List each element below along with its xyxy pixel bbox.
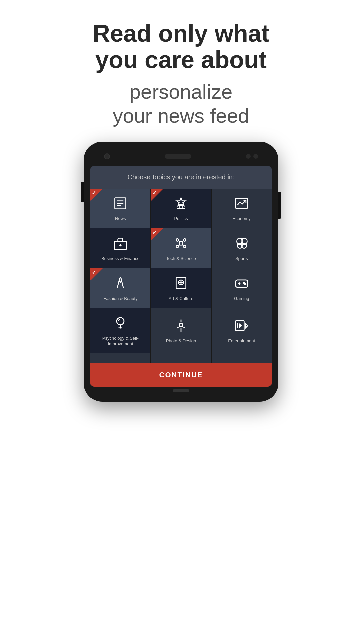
svg-marker-41 xyxy=(245,323,248,328)
instruction-text: Choose topics you are interested in: xyxy=(127,173,234,181)
economy-icon xyxy=(234,196,249,213)
phone-top-bar xyxy=(90,148,272,166)
entertainment-icon xyxy=(234,318,249,335)
svg-line-38 xyxy=(177,327,179,328)
svg-line-16 xyxy=(182,241,184,242)
topic-fashion[interactable]: Fashion & Beauty xyxy=(90,268,150,308)
svg-line-18 xyxy=(182,245,184,246)
economy-label: Economy xyxy=(233,216,251,222)
selected-checkmark-fashion xyxy=(90,268,103,280)
svg-point-35 xyxy=(179,323,183,327)
partial-row xyxy=(90,353,272,363)
photo-icon xyxy=(174,318,188,335)
speaker-grille xyxy=(165,154,191,159)
partial-cell-1 xyxy=(90,353,150,363)
svg-line-39 xyxy=(183,327,185,328)
tech-icon xyxy=(174,236,188,253)
business-icon xyxy=(113,236,128,253)
home-button[interactable] xyxy=(173,389,189,392)
topic-sports[interactable]: Sports xyxy=(212,228,272,268)
photo-label: Photo & Design xyxy=(166,338,196,344)
topic-economy[interactable]: Economy xyxy=(212,189,272,228)
fashion-label: Fashion & Beauty xyxy=(103,296,138,302)
svg-rect-5 xyxy=(177,208,185,209)
tech-label: Tech & Science xyxy=(166,256,196,262)
selected-checkmark-tech xyxy=(151,228,163,240)
volume-button xyxy=(81,182,84,202)
header-title: Read only what you care about xyxy=(93,20,269,73)
gaming-label: Gaming xyxy=(234,296,249,302)
header-section: Read only what you care about personaliz… xyxy=(66,0,296,142)
selected-checkmark-politics xyxy=(151,189,163,201)
partial-cell-3 xyxy=(212,353,272,363)
svg-point-31 xyxy=(245,284,246,285)
svg-point-32 xyxy=(117,318,124,325)
phone-mockup: Choose topics you are interested in: New… xyxy=(84,142,278,401)
page-container: Read only what you care about personaliz… xyxy=(0,0,362,644)
sports-label: Sports xyxy=(235,256,248,262)
svg-point-11 xyxy=(176,239,178,241)
continue-button[interactable]: CONTINUE xyxy=(90,363,272,387)
sensor-group xyxy=(246,154,258,159)
proximity-sensor xyxy=(246,154,251,159)
svg-point-13 xyxy=(176,245,178,248)
svg-point-14 xyxy=(183,245,186,248)
svg-line-17 xyxy=(179,245,180,246)
selected-checkmark-news xyxy=(90,189,103,201)
politics-icon xyxy=(174,196,188,213)
topic-entertainment[interactable]: Entertainment xyxy=(212,308,272,353)
fashion-icon xyxy=(113,276,128,292)
topic-photo[interactable]: Photo & Design xyxy=(151,308,211,353)
entertainment-label: Entertainment xyxy=(228,338,255,344)
news-icon xyxy=(113,196,128,213)
psychology-label: Psychology & Self-Improvement xyxy=(94,336,147,347)
art-label: Art & Culture xyxy=(169,296,193,302)
sports-icon xyxy=(234,236,249,253)
topic-politics[interactable]: Politics xyxy=(151,189,211,228)
topic-news[interactable]: News xyxy=(90,189,150,228)
psychology-icon xyxy=(113,316,128,332)
topic-psychology[interactable]: Psychology & Self-Improvement xyxy=(90,308,150,353)
light-sensor xyxy=(253,154,258,159)
svg-point-12 xyxy=(183,239,186,241)
svg-marker-43 xyxy=(239,323,242,328)
phone-bottom-bar xyxy=(90,387,272,395)
svg-line-15 xyxy=(179,241,180,242)
phone-screen: Choose topics you are interested in: New… xyxy=(90,166,272,386)
topic-tech[interactable]: Tech & Science xyxy=(151,228,211,268)
topic-business[interactable]: Business & Finance xyxy=(90,228,150,268)
business-label: Business & Finance xyxy=(101,256,140,262)
partial-cell-2 xyxy=(151,353,211,363)
politics-label: Politics xyxy=(174,216,188,222)
svg-point-30 xyxy=(243,282,245,284)
topic-gaming[interactable]: Gaming xyxy=(212,268,272,308)
topics-grid: News Politics Economy xyxy=(90,189,272,353)
news-label: News xyxy=(115,216,126,222)
gaming-icon xyxy=(234,276,249,292)
header-subtitle: personalize your news feed xyxy=(93,80,269,128)
power-button xyxy=(278,192,281,219)
art-icon xyxy=(174,276,188,292)
topic-art[interactable]: Art & Culture xyxy=(151,268,211,308)
screen-header: Choose topics you are interested in: xyxy=(90,166,272,189)
front-camera xyxy=(104,153,110,159)
